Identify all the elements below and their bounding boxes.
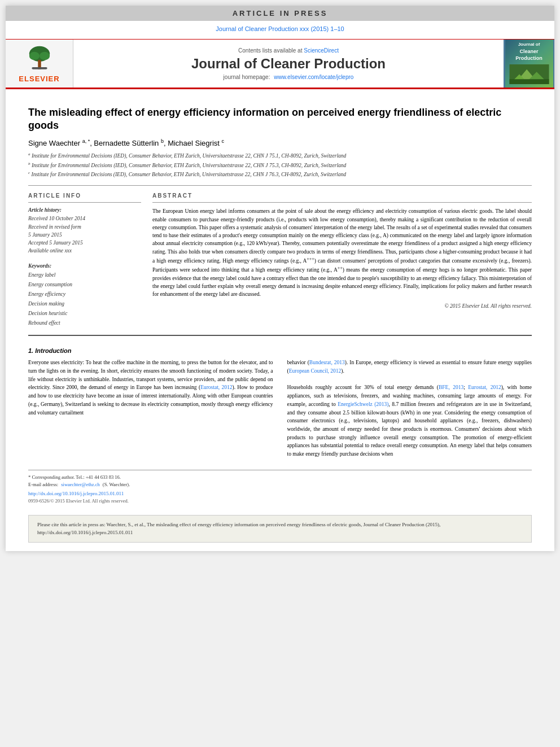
intro-text-right: behavior (Bundesrat, 2013). In Europe, e… [287,359,532,458]
svg-rect-4 [32,67,47,69]
journal-ref-line: Journal of Cleaner Production xxx (2015)… [216,25,344,32]
footnote-email-who: (S. Waechter). [103,482,130,487]
affiliations: a Institute for Environmental Decisions … [28,152,532,178]
homepage-label: journal homepage: [224,74,270,80]
intro-title: 1. Introduction [28,347,532,354]
contents-line: Contents lists available at ScienceDirec… [79,47,498,54]
intro-ref-bfe[interactable]: BFE, 2013 [439,385,463,390]
svg-point-1 [29,51,39,60]
citation-text: Please cite this article in press as: Wa… [37,521,523,536]
affiliation-c: c Institute for Environmental Decisions … [28,171,532,178]
intro-ref-energieschweiz[interactable]: EnergieSchwelz (2013) [338,401,388,407]
footnote-email: E-mail address: siwaechter@ethz.ch (S. W… [28,481,532,488]
online-date: Available online xxx [28,247,141,255]
abstract-column: ABSTRACT The European Union energy label… [152,193,532,328]
authors-line: Signe Waechter a, *, Bernadette Sütterli… [28,138,532,147]
journal-cover-box: Journal of Cleaner Production [504,40,554,88]
article-in-press-banner: ARTICLE IN PRESS [6,6,554,21]
keyword-2: Energy consumption [28,280,141,290]
abstract-copyright: © 2015 Elsevier Ltd. All rights reserved… [152,303,532,309]
paper-title: The misleading effect of energy efficien… [28,106,532,133]
keywords-label: Keywords: [28,263,141,269]
abstract-sup2: ++ [338,265,343,270]
affiliation-b: b Institute for Environmental Decisions … [28,161,532,169]
citation-text-content: Please cite this article in press as: Wa… [37,522,440,535]
divider-1 [28,185,532,186]
footnote-email-link[interactable]: siwaechter@ethz.ch [61,482,99,487]
journal-main-title: Journal of Cleaner Production [79,56,498,72]
footnote-corresponding-text: * Corresponding author. Tel.: +41 44 633… [28,474,121,480]
journal-ref-link[interactable]: Journal of Cleaner Production xxx (2015)… [216,25,344,32]
article-info-column: ARTICLE INFO Article history: Received 1… [28,193,141,328]
intro-ref-bundesrat[interactable]: Bundesrat, 2013 [309,360,345,365]
intro-col2-p1-pre: behavior ( [287,360,309,365]
affiliation-a: a Institute for Environmental Decisions … [28,152,532,160]
page: ARTICLE IN PRESS Journal of Cleaner Prod… [6,6,554,551]
footnote-corresponding: * Corresponding author. Tel.: +41 44 633… [28,474,532,481]
revised-date: 5 January 2015 [28,231,141,239]
journal-cover-image: Journal of Cleaner Production [505,40,553,88]
intro-ref-eurostat2[interactable]: Eurostat, 2012 [468,385,501,390]
cover-text: Journal of Cleaner Production [508,42,551,85]
doi-link[interactable]: http://dx.doi.org/10.1016/j.jclepro.2015… [28,491,124,496]
footnote-email-label: E-mail address: [28,482,58,487]
doi-line: http://dx.doi.org/10.1016/j.jclepro.2015… [28,491,532,496]
divider-2 [28,335,532,336]
received-date: Received 10 October 2014 [28,215,141,222]
elsevier-logo-box: ELSEVIER [6,40,73,88]
keywords-list: Energy label Energy consumption Energy e… [28,270,141,329]
article-info-heading: ARTICLE INFO [28,193,141,199]
journal-homepage-line: journal homepage: www.elsevier.com/locat… [79,74,498,80]
contents-text: Contents lists available at [238,47,302,54]
intro-col2-p2c: , 8.7 million freezers and refrigerators… [287,401,532,457]
abstract-text: The European Union energy label informs … [152,207,532,298]
keyword-3: Energy efficiency [28,290,141,299]
article-history: Received 10 October 2014 Received in rev… [28,215,141,255]
keyword-4: Decision making [28,299,141,309]
history-label: Article history: [28,207,141,213]
journal-title-box: Contents lists available at ScienceDirec… [73,40,504,88]
keyword-5: Decision heuristic [28,309,141,318]
intro-col-right: behavior (Bundesrat, 2013). In Europe, e… [287,359,532,458]
journal-header: ELSEVIER Contents lists available at Sci… [6,34,554,89]
abstract-text-main: The European Union energy label informs … [152,208,532,264]
svg-point-5 [38,47,41,50]
intro-ref-eurocouncil[interactable]: European Council, 2012 [289,368,342,374]
intro-col2-p2: Households roughly account for 30% of to… [287,385,439,390]
accepted-date: Accepted 5 January 2015 [28,239,141,247]
footnote-issn: 0959-6526/© 2015 Elsevier Ltd. All right… [28,498,532,504]
citation-box: Please cite this article in press as: Wa… [28,515,532,543]
sciencedirect-link[interactable]: ScienceDirect [304,47,339,54]
svg-rect-10 [509,79,549,84]
intro-col-left: Everyone uses electricity: To heat the c… [28,359,273,458]
introduction-section: 1. Introduction Everyone uses electricit… [28,347,532,458]
article-info-abstract: ARTICLE INFO Article history: Received 1… [28,193,532,328]
elsevier-label: ELSEVIER [19,75,59,83]
banner-text: ARTICLE IN PRESS [233,9,328,18]
keyword-6: Rebound effect [28,318,141,328]
abstract-heading: ABSTRACT [152,193,532,199]
intro-ref-eurostat[interactable]: Eurostat, 2012 [200,385,232,390]
homepage-url[interactable]: www.elsevier.com/locate/jclepro [274,74,353,80]
content-area: The misleading effect of energy efficien… [6,89,554,551]
intro-two-col: Everyone uses electricity: To heat the c… [28,359,532,458]
svg-point-2 [40,51,50,60]
keyword-1: Energy label [28,270,141,280]
intro-col2-p1c: ). [341,368,344,374]
intro-text-left: Everyone uses electricity: To heat the c… [28,359,273,417]
revised-label: Received in revised form [28,223,141,231]
elsevier-tree-icon [20,45,59,73]
footnote-area: * Corresponding author. Tel.: +41 44 633… [28,470,532,504]
abstract-sup1: +++ [307,256,314,261]
